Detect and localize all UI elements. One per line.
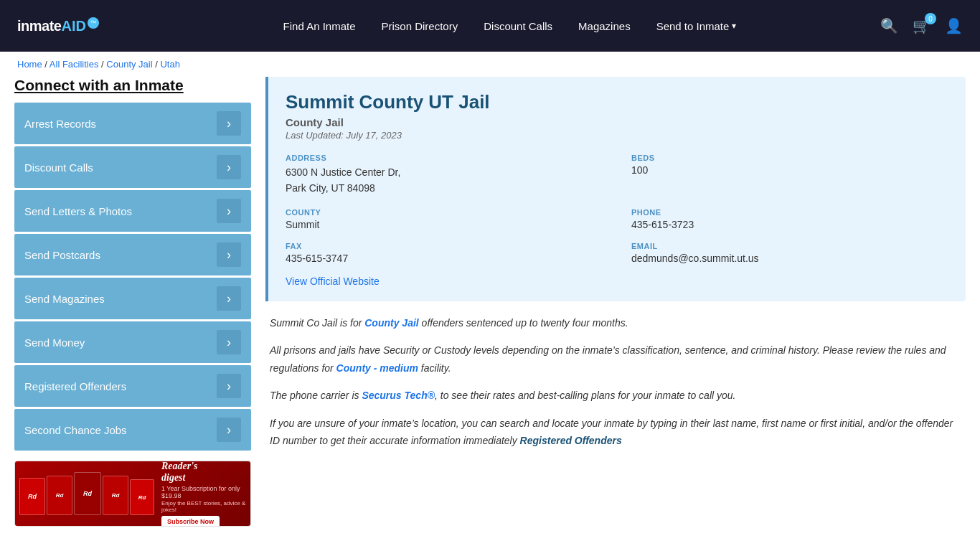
sidebar-item-label: Send Magazines (24, 293, 105, 305)
description-para3: The phone carrier is Securus Tech®, to s… (270, 387, 961, 405)
county-jail-link[interactable]: County Jail (364, 317, 418, 329)
breadcrumb-utah[interactable]: Utah (160, 59, 179, 70)
breadcrumb-all-facilities[interactable]: All Facilities (50, 59, 99, 70)
detail-county: COUNTY Summit (286, 208, 603, 230)
main-nav: Find An Inmate Prison Directory Discount… (139, 20, 880, 32)
nav-send-to-inmate[interactable]: Send to Inmate ▾ (656, 20, 737, 32)
website-link[interactable]: View Official Website (286, 276, 380, 287)
arrow-icon: › (217, 199, 241, 223)
sidebar-item-label: Send Postcards (24, 249, 100, 261)
detail-fax: FAX 435-615-3747 (286, 242, 603, 264)
arrow-icon: › (217, 286, 241, 311)
cart-icon[interactable]: 🛒 0 (913, 17, 930, 34)
sidebar-item-label: Send Money (24, 336, 85, 349)
facility-card: Summit County UT Jail County Jail Last U… (265, 77, 966, 301)
logo[interactable]: inmate AID ™ (17, 17, 139, 34)
email-label: EMAIL (631, 242, 948, 250)
breadcrumb-home[interactable]: Home (17, 59, 42, 70)
sidebar-item-send-letters[interactable]: Send Letters & Photos › (14, 190, 251, 232)
header-actions: 🔍 🛒 0 👤 (880, 17, 963, 34)
nav-magazines[interactable]: Magazines (578, 20, 631, 32)
phone-value: 435-615-3723 (631, 219, 948, 230)
registered-offenders-link[interactable]: Registered Offenders (520, 435, 622, 446)
dropdown-arrow-icon: ▾ (732, 21, 736, 31)
county-label: COUNTY (286, 208, 603, 217)
arrow-icon: › (217, 155, 241, 179)
description-area: Summit Co Jail is for County Jail offend… (265, 314, 966, 450)
address-label: ADDRESS (286, 154, 603, 162)
user-icon[interactable]: 👤 (945, 17, 963, 34)
site-header: inmate AID ™ Find An Inmate Prison Direc… (0, 0, 980, 52)
arrow-icon: › (217, 418, 241, 442)
sidebar-item-label: Send Letters & Photos (24, 205, 132, 217)
sidebar-title: Connect with an Inmate (14, 77, 251, 94)
detail-phone: PHONE 435-615-3723 (631, 208, 948, 230)
sidebar-item-discount-calls[interactable]: Discount Calls › (14, 146, 251, 188)
facility-name: Summit County UT Jail (286, 91, 948, 113)
sidebar-ad: Rd Rd Rd Rd Rd Reader'sdi (14, 461, 251, 527)
facility-type: County Jail (286, 116, 948, 128)
sidebar-item-send-postcards[interactable]: Send Postcards › (14, 234, 251, 276)
arrow-icon: › (217, 111, 241, 136)
sidebar-item-label: Discount Calls (24, 161, 93, 174)
sidebar-item-second-chance-jobs[interactable]: Second Chance Jobs › (14, 409, 251, 451)
ad-offer2: Enjoy the BEST stories, advice & jokes! (161, 500, 246, 513)
ad-offer: 1 Year Subscription for only $19.98 (161, 485, 246, 499)
sidebar-item-label: Registered Offenders (24, 380, 126, 392)
fax-value: 435-615-3747 (286, 253, 603, 264)
county-medium-link[interactable]: County - medium (336, 362, 418, 374)
breadcrumb-county-jail[interactable]: County Jail (106, 59, 152, 70)
county-value: Summit (286, 219, 603, 230)
main-layout: Connect with an Inmate Arrest Records › … (0, 77, 980, 541)
main-content: Summit County UT Jail County Jail Last U… (265, 77, 966, 527)
website-link-container: View Official Website (286, 276, 948, 287)
sidebar-item-send-money[interactable]: Send Money › (14, 321, 251, 363)
fax-label: FAX (286, 242, 603, 250)
facility-updated: Last Updated: July 17, 2023 (286, 130, 948, 141)
nav-prison-directory[interactable]: Prison Directory (382, 20, 458, 32)
detail-beds: BEDS 100 (631, 154, 948, 197)
beds-label: BEDS (631, 154, 948, 162)
sidebar-item-registered-offenders[interactable]: Registered Offenders › (14, 365, 251, 407)
nav-discount-calls[interactable]: Discount Calls (484, 20, 552, 32)
address-value: 6300 N Justice Center Dr,Park City, UT 8… (286, 164, 603, 197)
breadcrumb: Home / All Facilities / County Jail / Ut… (0, 52, 980, 77)
facility-details: ADDRESS 6300 N Justice Center Dr,Park Ci… (286, 154, 948, 264)
search-icon[interactable]: 🔍 (880, 17, 898, 34)
nav-find-inmate[interactable]: Find An Inmate (283, 20, 356, 32)
detail-address: ADDRESS 6300 N Justice Center Dr,Park Ci… (286, 154, 603, 197)
arrow-icon: › (217, 374, 241, 398)
description-para2: All prisons and jails have Security or C… (270, 342, 961, 377)
phone-label: PHONE (631, 208, 948, 217)
sidebar: Connect with an Inmate Arrest Records › … (14, 77, 251, 527)
ad-subscribe-button[interactable]: Subscribe Now (161, 516, 220, 527)
cart-badge: 0 (925, 13, 936, 24)
email-value: dedmunds@co.summit.ut.us (631, 253, 948, 264)
arrow-icon: › (217, 242, 241, 267)
sidebar-item-label: Arrest Records (24, 118, 96, 130)
sidebar-item-arrest-records[interactable]: Arrest Records › (14, 103, 251, 144)
ad-logo: Reader'sdigest (161, 461, 246, 484)
arrow-icon: › (217, 330, 241, 354)
detail-email: EMAIL dedmunds@co.summit.ut.us (631, 242, 948, 264)
description-para1: Summit Co Jail is for County Jail offend… (270, 314, 961, 332)
sidebar-item-send-magazines[interactable]: Send Magazines › (14, 278, 251, 319)
sidebar-item-label: Second Chance Jobs (24, 424, 127, 436)
sidebar-menu: Arrest Records › Discount Calls › Send L… (14, 103, 251, 451)
beds-value: 100 (631, 164, 948, 176)
description-para4: If you are unsure of your inmate’s locat… (270, 415, 961, 450)
securus-link[interactable]: Securus Tech® (362, 390, 435, 401)
